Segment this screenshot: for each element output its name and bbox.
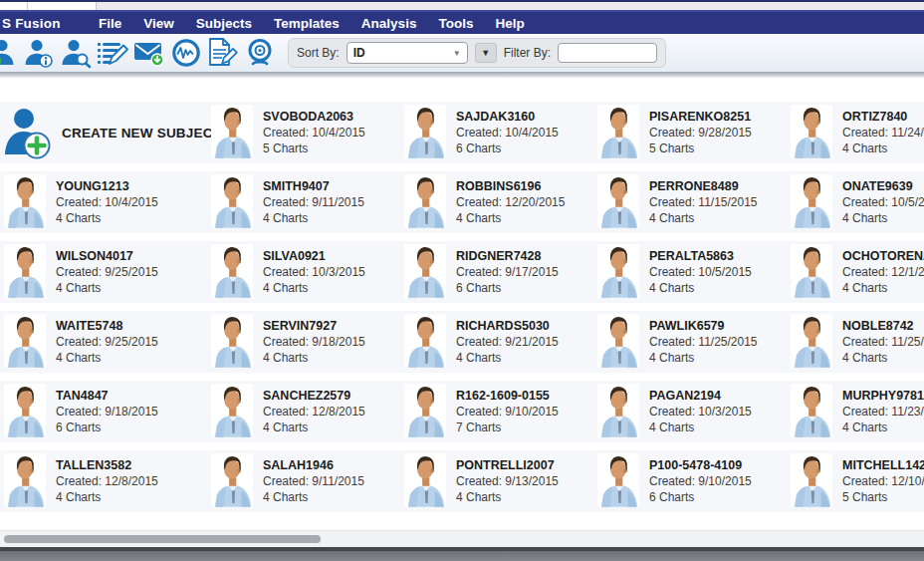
subject-avatar [211,243,253,299]
horizontal-scrollbar[interactable] [0,530,924,547]
subject-card[interactable]: PAWLIK6579Created: 11/25/20154 Charts [597,311,791,373]
toolbar: Sort By: ID ▼ ▼ Filter By: [0,34,924,72]
subject-card[interactable]: PISARENKO8251Created: 9/28/20155 Charts [597,102,791,163]
find-subject-icon[interactable] [59,37,93,69]
menu-items: FileViewSubjectsTemplatesAnalysisToolsHe… [88,12,536,34]
subject-card[interactable]: SILVA0921Created: 10/3/20154 Charts [211,241,404,303]
subject-card[interactable]: SVOBODA2063Created: 10/4/20155 Charts [211,102,404,163]
subject-charts: 4 Charts [842,421,924,434]
subject-info-icon[interactable] [22,37,56,69]
subject-avatar [404,173,446,229]
subject-charts: 4 Charts [56,351,158,365]
subject-card[interactable]: RIDGNER7428Created: 9/17/20156 Charts [404,241,597,303]
subject-id: PERALTA5863 [649,249,752,263]
menu-item-subjects[interactable]: Subjects [185,12,263,34]
subject-card[interactable]: SMITH9407Created: 9/11/20154 Charts [211,171,404,233]
sort-by-dropdown[interactable]: ID ▼ [346,42,468,64]
subject-charts: 4 Charts [56,281,158,295]
subject-created: Created: 9/28/2015 [649,126,752,140]
menu-item-file[interactable]: File [88,12,132,34]
add-subject-icon[interactable] [0,37,19,69]
subject-card[interactable]: TAN4847Created: 9/18/20156 Charts [4,381,211,442]
subject-card[interactable]: TALLEN3582Created: 12/8/20154 Charts [4,450,211,512]
subject-card[interactable]: PERRONE8489Created: 11/15/20154 Charts [597,171,791,233]
subject-created: Created: 9/13/2015 [456,474,559,488]
subject-card[interactable]: OCHOTORENA2Created: 12/1/20154 Charts [791,241,924,303]
subject-created: Created: 10/4/2015 [263,126,365,140]
subject-created: Created: 12/1/2015 [842,265,924,279]
subject-card[interactable]: ONATE9639Created: 10/5/20154 Charts [791,171,924,233]
subject-card[interactable]: RICHARDS5030Created: 9/21/20154 Charts [404,311,597,373]
menu-item-analysis[interactable]: Analysis [350,12,428,34]
subject-charts: 4 Charts [263,351,365,365]
subject-card[interactable]: PAGAN2194Created: 10/3/20154 Charts [597,381,791,442]
subject-charts: 4 Charts [842,141,924,155]
subject-created: Created: 9/10/2015 [456,405,559,419]
sort-by-value: ID [353,46,365,60]
subject-created: Created: 11/24/2015 [842,126,924,140]
subject-card[interactable]: WILSON4017Created: 9/25/20154 Charts [4,241,211,303]
subject-avatar [211,452,253,508]
camera-icon[interactable] [243,37,277,69]
subject-id: RIDGNER7428 [456,249,559,263]
subject-id: MITCHELL1429 [842,458,924,472]
subject-id: PISARENKO8251 [649,110,752,124]
subject-card[interactable]: ORTIZ7840Created: 11/24/20154 Charts [791,102,924,163]
scrollbar-thumb[interactable] [4,535,321,543]
menu-item-view[interactable]: View [132,12,185,34]
menu-item-help[interactable]: Help [484,12,535,34]
subject-card[interactable]: P100-5478-4109Created: 9/10/20156 Charts [597,450,791,512]
subject-card[interactable]: PERALTA5863Created: 10/5/20154 Charts [597,241,791,303]
edit-list-icon[interactable] [96,37,129,69]
subject-charts: 4 Charts [456,490,559,504]
subject-card[interactable]: NOBLE8742Created: 11/25/20154 Charts [791,311,924,373]
menu-item-templates[interactable]: Templates [263,12,350,34]
subject-charts: 4 Charts [649,351,758,365]
subject-card[interactable]: SANCHEZ2579Created: 12/8/20154 Charts [211,381,404,442]
subject-meta: PERRONE8489Created: 11/15/20154 Charts [649,179,758,225]
menu-item-tools[interactable]: Tools [427,12,484,34]
subject-id: YOUNG1213 [56,179,158,193]
filter-by-label: Filter By: [504,46,551,60]
subject-card[interactable]: ROBBINS6196Created: 12/20/20154 Charts [404,171,597,233]
app-title: S Fusion [0,16,88,31]
send-results-icon[interactable] [132,37,166,69]
subject-charts: 4 Charts [263,421,365,434]
subject-created: Created: 9/25/2015 [56,335,158,349]
subject-created: Created: 11/15/2015 [649,195,758,209]
subject-id: ONATE9639 [842,179,924,193]
create-new-subject-button[interactable]: CREATE NEW SUBJECT [4,102,211,163]
subject-charts: 4 Charts [842,211,924,225]
subject-card[interactable]: R162-1609-0155Created: 9/10/20157 Charts [404,381,597,442]
subject-meta: WILSON4017Created: 9/25/20154 Charts [56,249,158,295]
sort-filter-group: Sort By: ID ▼ ▼ Filter By: [288,38,666,68]
subject-avatar [597,313,639,369]
subject-id: SAJDAK3160 [456,110,559,124]
subject-card[interactable]: PONTRELLI2007Created: 9/13/20154 Charts [404,450,597,512]
subject-card[interactable]: SALAH1946Created: 9/11/20154 Charts [211,450,404,512]
window-top-strip [0,0,924,10]
subject-avatar [211,313,253,369]
subject-meta: PONTRELLI2007Created: 9/13/20154 Charts [456,458,559,504]
subject-id: OCHOTORENA2 [842,249,924,263]
subject-charts: 6 Charts [56,421,158,434]
subject-avatar [404,452,446,508]
subject-created: Created: 9/18/2015 [263,335,365,349]
subject-charts: 4 Charts [456,211,565,225]
subject-card[interactable]: YOUNG1213Created: 10/4/20154 Charts [4,171,211,233]
subject-card[interactable]: MURPHY9781Created: 11/23/20154 Charts [791,381,924,442]
subject-avatar [4,313,46,369]
window-bottom-edge [0,547,924,561]
analysis-icon[interactable] [169,37,203,69]
subject-card[interactable]: MITCHELL1429Created: 12/10/20155 Charts [791,450,924,512]
edit-report-icon[interactable] [206,37,240,69]
filter-input[interactable] [558,43,657,63]
subject-charts: 4 Charts [263,211,364,225]
subject-card[interactable]: SAJDAK3160Created: 10/4/20156 Charts [404,102,597,163]
subject-card[interactable]: WAITE5748Created: 9/25/20154 Charts [4,311,211,373]
subject-card[interactable]: SERVIN7927Created: 9/18/20154 Charts [211,311,404,373]
subject-created: Created: 10/5/2015 [649,265,752,279]
sort-direction-button[interactable]: ▼ [475,43,497,63]
subject-meta: ONATE9639Created: 10/5/20154 Charts [842,179,924,225]
subject-created: Created: 10/3/2015 [263,265,365,279]
